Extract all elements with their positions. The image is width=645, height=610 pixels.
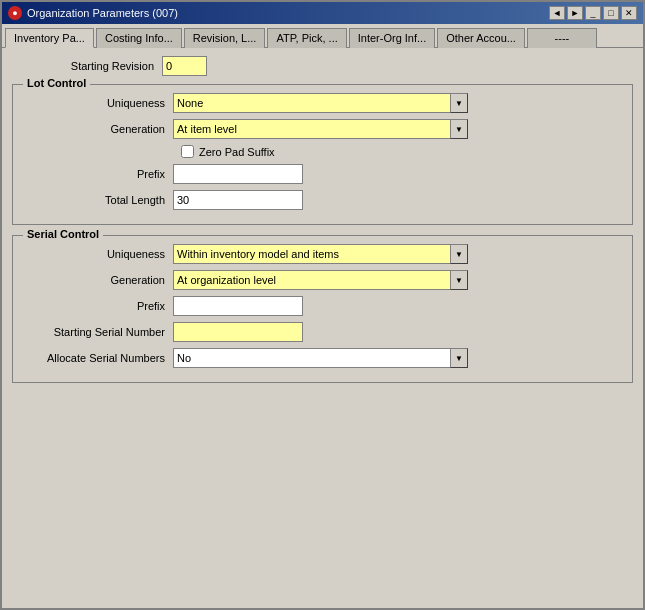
allocate-serial-row: Allocate Serial Numbers No Yes ▼ <box>23 348 622 368</box>
serial-control-section: Serial Control Uniqueness Within invento… <box>12 235 633 383</box>
zero-pad-suffix-label: Zero Pad Suffix <box>199 146 275 158</box>
serial-starting-number-input[interactable] <box>173 322 303 342</box>
allocate-serial-select[interactable]: No Yes <box>173 348 468 368</box>
lot-total-length-row: Total Length <box>23 190 622 210</box>
lot-generation-label: Generation <box>23 123 173 135</box>
lot-prefix-label: Prefix <box>23 168 173 180</box>
title-bar: ● Organization Parameters (007) ◄ ► _ □ … <box>2 2 643 24</box>
zero-pad-suffix-checkbox[interactable] <box>181 145 194 158</box>
serial-generation-label: Generation <box>23 274 173 286</box>
starting-revision-input[interactable] <box>162 56 207 76</box>
lot-generation-select-wrap: At item level At organization level User… <box>173 119 468 139</box>
tab-otheraccount[interactable]: Other Accou... <box>437 28 525 48</box>
lot-uniqueness-row: Uniqueness None Unique within items Uniq… <box>23 93 622 113</box>
serial-prefix-label: Prefix <box>23 300 173 312</box>
serial-generation-select-wrap: At organization level At item level User… <box>173 270 468 290</box>
serial-prefix-input[interactable] <box>173 296 303 316</box>
lot-prefix-input[interactable] <box>173 164 303 184</box>
extra-button[interactable]: ► <box>567 6 583 20</box>
serial-uniqueness-select[interactable]: Within inventory model and items Unique … <box>173 244 468 264</box>
lot-uniqueness-select[interactable]: None Unique within items Unique within o… <box>173 93 468 113</box>
tab-revision[interactable]: Revision, L... <box>184 28 266 48</box>
lot-uniqueness-select-wrap: None Unique within items Unique within o… <box>173 93 468 113</box>
app-icon: ● <box>8 6 22 20</box>
minimize-button[interactable]: _ <box>585 6 601 20</box>
serial-generation-row: Generation At organization level At item… <box>23 270 622 290</box>
window-title: Organization Parameters (007) <box>27 7 178 19</box>
restore-button[interactable]: ◄ <box>549 6 565 20</box>
tab-inventory[interactable]: Inventory Pa... <box>5 28 94 48</box>
tab-interorg[interactable]: Inter-Org Inf... <box>349 28 435 48</box>
starting-revision-label: Starting Revision <box>12 60 162 72</box>
close-button[interactable]: ✕ <box>621 6 637 20</box>
allocate-serial-label: Allocate Serial Numbers <box>23 352 173 364</box>
serial-prefix-row: Prefix <box>23 296 622 316</box>
tab-atp[interactable]: ATP, Pick, ... <box>267 28 346 48</box>
main-window: ● Organization Parameters (007) ◄ ► _ □ … <box>0 0 645 610</box>
lot-total-length-input[interactable] <box>173 190 303 210</box>
tab-costing[interactable]: Costing Info... <box>96 28 182 48</box>
main-content: Starting Revision Lot Control Uniqueness… <box>2 47 643 608</box>
serial-uniqueness-select-wrap: Within inventory model and items Unique … <box>173 244 468 264</box>
lot-total-length-label: Total Length <box>23 194 173 206</box>
title-controls: ◄ ► _ □ ✕ <box>549 6 637 20</box>
starting-revision-row: Starting Revision <box>12 56 633 76</box>
lot-control-title: Lot Control <box>23 77 90 89</box>
lot-prefix-row: Prefix <box>23 164 622 184</box>
tab-bar: Inventory Pa... Costing Info... Revision… <box>2 24 643 47</box>
serial-starting-number-label: Starting Serial Number <box>23 326 173 338</box>
lot-control-section: Lot Control Uniqueness None Unique withi… <box>12 84 633 225</box>
lot-generation-row: Generation At item level At organization… <box>23 119 622 139</box>
serial-control-title: Serial Control <box>23 228 103 240</box>
serial-uniqueness-label: Uniqueness <box>23 248 173 260</box>
serial-uniqueness-row: Uniqueness Within inventory model and it… <box>23 244 622 264</box>
tab-overflow[interactable]: ---- <box>527 28 597 48</box>
lot-uniqueness-label: Uniqueness <box>23 97 173 109</box>
title-bar-left: ● Organization Parameters (007) <box>8 6 178 20</box>
serial-generation-select[interactable]: At organization level At item level User… <box>173 270 468 290</box>
zero-pad-suffix-row: Zero Pad Suffix <box>181 145 622 158</box>
serial-starting-number-row: Starting Serial Number <box>23 322 622 342</box>
maximize-button[interactable]: □ <box>603 6 619 20</box>
allocate-serial-select-wrap: No Yes ▼ <box>173 348 468 368</box>
lot-generation-select[interactable]: At item level At organization level User… <box>173 119 468 139</box>
